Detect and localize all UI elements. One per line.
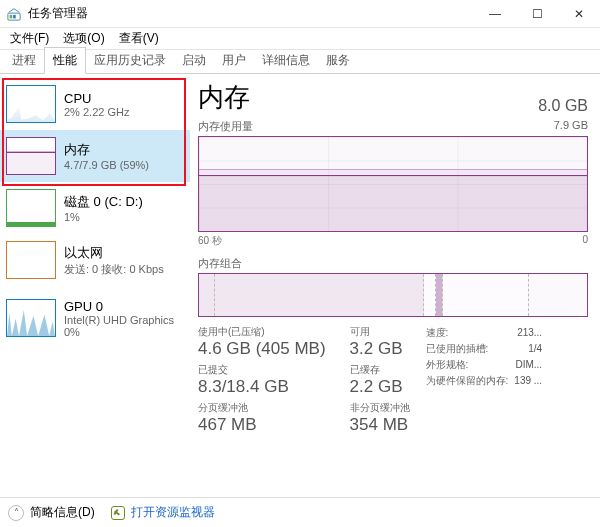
chart-max: 7.9 GB: [554, 119, 588, 134]
composition-label: 内存组合: [198, 256, 588, 271]
stat-committed: 已提交 8.3/18.4 GB: [198, 363, 326, 397]
tab-startup[interactable]: 启动: [174, 48, 214, 73]
close-button[interactable]: ✕: [558, 0, 600, 27]
tab-performance[interactable]: 性能: [44, 47, 86, 74]
sidebar: CPU 2% 2.22 GHz 内存 4.7/7.9 GB (59%) 磁盘 0…: [0, 74, 190, 497]
stat-cached: 已缓存 2.2 GB: [350, 363, 410, 397]
sidebar-item-sub: 4.7/7.9 GB (59%): [64, 159, 149, 171]
footer: ˄ 简略信息(D) 打开资源监视器: [0, 497, 600, 527]
tab-users[interactable]: 用户: [214, 48, 254, 73]
tab-processes[interactable]: 进程: [4, 48, 44, 73]
memory-composition-chart: [198, 273, 588, 317]
tab-app-history[interactable]: 应用历史记录: [86, 48, 174, 73]
gpu-thumbnail-icon: [6, 299, 56, 337]
brief-info-button[interactable]: 简略信息(D): [30, 504, 95, 521]
tab-details[interactable]: 详细信息: [254, 48, 318, 73]
chart-label: 内存使用量: [198, 119, 253, 134]
stat-in-use: 使用中(已压缩) 4.6 GB (405 MB): [198, 325, 326, 359]
sidebar-item-label: GPU 0: [64, 299, 174, 314]
window-title: 任务管理器: [28, 5, 474, 22]
x-axis-left: 60 秒: [198, 234, 222, 248]
window-controls: — ☐ ✕: [474, 0, 600, 27]
menu-view[interactable]: 查看(V): [115, 28, 163, 49]
tab-services[interactable]: 服务: [318, 48, 358, 73]
tabs: 进程 性能 应用历史记录 启动 用户 详细信息 服务: [0, 50, 600, 74]
sidebar-item-memory[interactable]: 内存 4.7/7.9 GB (59%): [0, 130, 190, 182]
ethernet-thumbnail-icon: [6, 241, 56, 279]
memory-usage-chart: [198, 136, 588, 232]
stats-right: 速度:213... 已使用的插槽:1/4 外形规格:DIM... 为硬件保留的内…: [426, 325, 543, 435]
stat-paged-pool: 分页缓冲池 467 MB: [198, 401, 326, 435]
memory-thumbnail-icon: [6, 137, 56, 175]
titlebar: 任务管理器 — ☐ ✕: [0, 0, 600, 28]
maximize-button[interactable]: ☐: [516, 0, 558, 27]
open-resource-monitor-link[interactable]: 打开资源监视器: [131, 504, 215, 521]
sidebar-item-label: CPU: [64, 91, 129, 106]
svg-rect-2: [13, 14, 16, 18]
sidebar-item-sub: 发送: 0 接收: 0 Kbps: [64, 262, 164, 277]
sidebar-item-label: 磁盘 0 (C: D:): [64, 193, 143, 211]
stats: 使用中(已压缩) 4.6 GB (405 MB) 可用 3.2 GB 已提交 8…: [198, 325, 588, 435]
sidebar-item-sub: 1%: [64, 211, 143, 223]
svg-rect-1: [10, 14, 13, 18]
menu-file[interactable]: 文件(F): [6, 28, 53, 49]
detail-pane: 内存 8.0 GB 内存使用量 7.9 GB 60 秒 0 内存组合: [190, 74, 600, 497]
app-icon: [6, 6, 22, 22]
sidebar-item-sub: Intel(R) UHD Graphics 0%: [64, 314, 174, 338]
sidebar-item-sub: 2% 2.22 GHz: [64, 106, 129, 118]
sidebar-item-cpu[interactable]: CPU 2% 2.22 GHz: [0, 78, 190, 130]
disk-thumbnail-icon: [6, 189, 56, 227]
cpu-thumbnail-icon: [6, 85, 56, 123]
menu-options[interactable]: 选项(O): [59, 28, 108, 49]
minimize-button[interactable]: —: [474, 0, 516, 27]
x-axis-right: 0: [582, 234, 588, 248]
stat-available: 可用 3.2 GB: [350, 325, 410, 359]
detail-title: 内存: [198, 80, 250, 115]
sidebar-item-ethernet[interactable]: 以太网 发送: 0 接收: 0 Kbps: [0, 234, 190, 286]
sidebar-item-label: 内存: [64, 141, 149, 159]
sidebar-item-label: 以太网: [64, 244, 164, 262]
content: CPU 2% 2.22 GHz 内存 4.7/7.9 GB (59%) 磁盘 0…: [0, 74, 600, 497]
chevron-up-icon[interactable]: ˄: [8, 505, 24, 521]
sidebar-item-gpu[interactable]: GPU 0 Intel(R) UHD Graphics 0%: [0, 286, 190, 350]
resource-monitor-icon: [111, 506, 125, 520]
detail-capacity: 8.0 GB: [538, 97, 588, 115]
stat-nonpaged-pool: 非分页缓冲池 354 MB: [350, 401, 410, 435]
menubar: 文件(F) 选项(O) 查看(V): [0, 28, 600, 50]
sidebar-item-disk[interactable]: 磁盘 0 (C: D:) 1%: [0, 182, 190, 234]
